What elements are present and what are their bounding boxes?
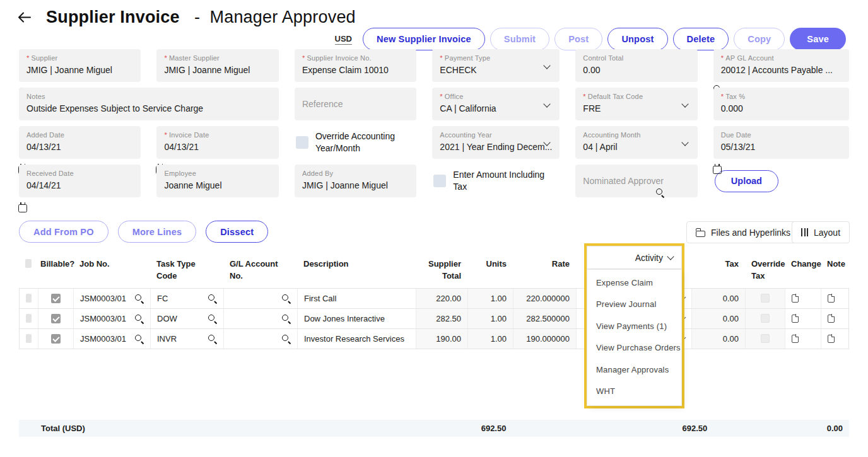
field-label: Due Date (721, 131, 842, 139)
field-value: 04/13/21 (164, 142, 271, 152)
enter-amount-including-tax-checkbox[interactable] (433, 175, 446, 187)
search-icon[interactable] (134, 294, 144, 303)
unpost-button[interactable]: Unpost (607, 28, 667, 50)
task-type-code-cell[interactable]: INVR (151, 329, 224, 349)
office-select[interactable]: *Office CA | California (432, 88, 560, 120)
submit-button[interactable]: Submit (490, 28, 549, 50)
employee-field[interactable]: Employee Joanne Miguel (156, 165, 278, 197)
field-value: 0.000 (721, 103, 842, 113)
menu-item-manager-approvals[interactable]: Manager Approvals (587, 359, 681, 381)
override-tax-checkbox[interactable] (761, 294, 770, 303)
gl-account-cell[interactable] (224, 329, 298, 349)
received-date-field[interactable]: Received Date 04/14/21 (19, 165, 141, 197)
note-document-icon[interactable] (828, 294, 835, 303)
field-label: *AP GL Account (721, 54, 842, 62)
invoice-date-field[interactable]: *Invoice Date 04/13/21 (156, 126, 278, 159)
gl-account-cell[interactable] (224, 289, 298, 308)
more-lines-button[interactable]: More Lines (118, 221, 197, 243)
field-label: Control Total (583, 54, 689, 62)
add-from-po-button[interactable]: Add From PO (19, 221, 108, 243)
select-all-checkbox[interactable] (25, 259, 32, 268)
field-placeholder: Nominated Approver (583, 176, 664, 186)
save-button[interactable]: Save (790, 28, 846, 50)
billable-checkbox-checked[interactable] (51, 294, 61, 303)
row-select-checkbox[interactable] (26, 294, 32, 303)
invoice-form: *Supplier JMIG | Joanne Miguel *Master S… (19, 49, 849, 197)
master-supplier-field[interactable]: *Master Supplier JMIG | Joanne Miguel (156, 49, 278, 82)
description-cell[interactable]: Dow Jones Interactive (298, 309, 416, 328)
post-button[interactable]: Post (554, 28, 602, 50)
override-accounting-checkbox[interactable] (296, 136, 308, 149)
field-value: 2021 | Year Ending Decem... (440, 142, 552, 152)
menu-item-view-purchase-orders[interactable]: View Purchase Orders (587, 337, 681, 359)
change-document-icon[interactable] (792, 315, 799, 323)
copy-button[interactable]: Copy (734, 28, 785, 50)
added-by-field[interactable]: Added By JMIG | Joanne Miguel (295, 165, 416, 197)
change-document-icon[interactable] (792, 335, 799, 343)
search-icon[interactable] (134, 334, 144, 344)
job-no-cell[interactable]: JSM0003/01 (74, 289, 151, 308)
task-type-code-cell[interactable]: FC (151, 289, 224, 308)
override-tax-checkbox[interactable] (761, 314, 770, 323)
col-description: Description (297, 258, 416, 270)
layout-button[interactable]: Layout (792, 221, 850, 243)
notes-field[interactable]: Notes Outside Expenses Subject to Servic… (19, 88, 279, 120)
description-cell[interactable]: First Call (298, 289, 416, 308)
job-no-cell[interactable]: JSM0003/01 (74, 329, 151, 349)
description-cell[interactable]: Investor Research Services (298, 329, 416, 349)
search-icon[interactable] (134, 314, 144, 323)
nominated-approver-field[interactable]: Nominated Approver (575, 165, 697, 197)
menu-item-wht[interactable]: WHT (587, 381, 681, 403)
upload-button[interactable]: Upload (715, 170, 778, 192)
billable-checkbox-checked[interactable] (51, 314, 61, 323)
dissect-button[interactable]: Dissect (206, 221, 268, 243)
search-icon[interactable] (208, 294, 217, 303)
accounting-year-select[interactable]: Accounting Year 2021 | Year Ending Decem… (432, 126, 560, 159)
search-icon[interactable] (208, 314, 217, 323)
search-icon[interactable] (281, 294, 291, 303)
ap-gl-account-field[interactable]: *AP GL Account 20012 | Accounts Payable … (713, 49, 849, 82)
note-document-icon[interactable] (828, 335, 835, 343)
row-select-checkbox[interactable] (26, 314, 32, 323)
due-date-field[interactable]: Due Date 05/13/21 (713, 126, 849, 159)
control-total-field[interactable]: Control Total 0.00 (575, 49, 697, 82)
default-tax-code-select[interactable]: *Default Tax Code FRE (575, 88, 697, 120)
delete-button[interactable]: Delete (673, 28, 729, 50)
billable-checkbox-checked[interactable] (51, 334, 61, 344)
search-icon[interactable] (655, 188, 665, 197)
payment-type-select[interactable]: *Payment Type ECHECK (432, 49, 560, 82)
calendar-icon[interactable] (18, 204, 27, 212)
col-note: Note (821, 258, 849, 270)
supplier-field[interactable]: *Supplier JMIG | Joanne Miguel (19, 49, 141, 82)
calendar-icon[interactable] (713, 166, 722, 174)
reference-field[interactable]: Reference (295, 88, 416, 120)
note-document-icon[interactable] (828, 315, 835, 323)
row-select-checkbox[interactable] (26, 334, 32, 343)
files-and-hyperlinks-button[interactable]: Files and Hyperlinks (686, 221, 800, 243)
menu-item-expense-claim[interactable]: Expense Claim (587, 272, 681, 294)
override-tax-cell (746, 289, 785, 308)
activity-dropdown-trigger[interactable]: Activity (587, 246, 682, 269)
accounting-month-select[interactable]: Accounting Month 04 | April (575, 126, 697, 159)
search-icon[interactable] (281, 314, 291, 323)
totals-tax: 0.00 (770, 424, 849, 433)
title-dash: - (194, 8, 200, 26)
task-type-code-cell[interactable]: DOW (151, 309, 224, 328)
tax-percent-field[interactable]: *Tax % 0.000 (713, 88, 849, 120)
billable-cell (38, 329, 74, 349)
back-arrow-icon[interactable] (18, 12, 31, 25)
search-icon[interactable] (281, 334, 291, 344)
added-date-field[interactable]: Added Date 04/13/21 (19, 126, 141, 159)
currency-selector[interactable]: USD (335, 34, 352, 45)
search-icon[interactable] (208, 334, 217, 344)
menu-item-view-payments[interactable]: View Payments (1) (587, 315, 681, 337)
menu-item-preview-journal[interactable]: Preview Journal (587, 294, 681, 316)
override-tax-checkbox[interactable] (761, 334, 770, 343)
job-no-cell[interactable]: JSM0003/01 (74, 309, 151, 328)
field-label: Notes (26, 93, 271, 100)
change-document-icon[interactable] (792, 294, 799, 303)
new-supplier-invoice-button[interactable]: New Supplier Invoice (363, 28, 485, 50)
gl-account-cell[interactable] (224, 309, 298, 328)
supplier-invoice-no-field[interactable]: *Supplier Invoice No. Expense Claim 1001… (295, 49, 416, 82)
tax-cell: 0.00 (692, 289, 746, 308)
